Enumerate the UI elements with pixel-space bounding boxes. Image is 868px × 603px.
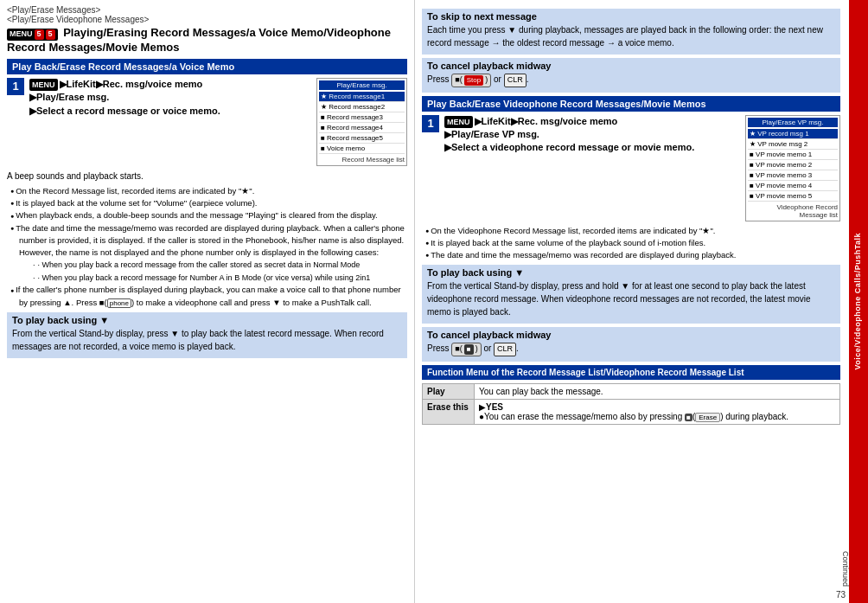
vp-record-list-image: Play/Erase VP msg. ★ VP record msg 1 ★ V…	[745, 115, 840, 221]
cancel2-section: To cancel playback midway Press ■(■) or …	[422, 327, 840, 362]
list-item: ★ VP movie msg 2	[748, 139, 838, 150]
side-tab: Voice/Videophone Calls/PushTalk	[849, 0, 868, 603]
vp-list-caption: Videophone RecordMessage list	[748, 203, 838, 219]
vp-image-title: Play/Erase VP msg.	[748, 118, 838, 127]
list-item: ■ VP movie memo 5	[748, 191, 838, 202]
play-value: You can play back the message.	[475, 383, 840, 399]
menu-badge: MENU 55	[7, 29, 58, 41]
right-column: To skip to next message Each time you pr…	[415, 0, 868, 603]
vp-bullet-item: On the Videophone Record Message list, r…	[425, 225, 840, 237]
list-item: ■ Record message4	[319, 123, 405, 133]
list-item: ★ VP record msg 1	[748, 129, 838, 139]
list-item: ■ VP movie memo 4	[748, 181, 838, 191]
list-item: ■ VP movie memo 3	[748, 170, 838, 181]
cancel2-key: ■(■)	[451, 343, 481, 356]
side-tab-text: Voice/Videophone Calls/PushTalk	[853, 233, 864, 370]
list-item: ■ Voice memo	[319, 144, 405, 154]
highlight-play-back2: To play back using ▼ From the vertical S…	[422, 265, 840, 324]
vp-image-list: ★ VP record msg 1 ★ VP movie msg 2 ■ VP …	[748, 129, 838, 202]
continued-label: Continued	[841, 551, 850, 587]
list-item: ■ VP movie memo 1	[748, 150, 838, 160]
menu-key: MENU	[29, 79, 58, 92]
bullet-item: On the Record Message list, recorded ite…	[10, 185, 407, 197]
function-menu-table: Play You can play back the message. Eras…	[422, 383, 840, 425]
step2-instruction: MENU▶LifeKit▶Rec. msg/voice memo ▶Play/E…	[444, 115, 740, 155]
left-column: <Play/Erase Messages> <Play/Erase Videop…	[0, 0, 415, 603]
clr-badge: CLR	[504, 74, 527, 87]
sub-bullet: · When you play back a record message fo…	[19, 273, 370, 282]
section1-header: Play Back/Erase Record Messages/a Voice …	[7, 59, 407, 74]
erase-key-icon: ■	[685, 414, 692, 421]
step2-content: MENU▶LifeKit▶Rec. msg/voice memo ▶Play/E…	[444, 115, 740, 221]
table-row-play: Play You can play back the message.	[423, 383, 840, 399]
bullet-item: If the caller's phone number is displaye…	[10, 284, 407, 309]
bullet-item: The date and time the message/memo was r…	[10, 222, 407, 285]
bullet-item: It is played back at the volume set for …	[10, 197, 407, 209]
record-message-list-image: Play/Erase msg. ★ Record message1 ★ Reco…	[316, 78, 407, 166]
erase-value: ▶YES ●You can erase the message/memo als…	[475, 399, 840, 424]
highlight-title: To play back using ▼	[12, 315, 402, 325]
step2-block: 1 MENU▶LifeKit▶Rec. msg/voice memo ▶Play…	[422, 115, 840, 221]
skip-text: Each time you press ▼ during playback, m…	[427, 23, 835, 49]
menu-key2: MENU	[444, 116, 473, 129]
list-caption: Record Message list	[319, 156, 405, 164]
stop-key: ■(Stop)	[451, 74, 491, 87]
step2-number: 1	[422, 115, 439, 132]
list-item: ■ VP movie memo 2	[748, 160, 838, 170]
list-item: ■ Record message3	[319, 112, 405, 123]
vp-bullet-item: It is played back at the same volume of …	[425, 237, 840, 249]
stop-icon: Stop	[464, 75, 483, 86]
press2-label: Press	[427, 343, 450, 353]
image-title: Play/Erase msg.	[319, 80, 405, 90]
clr-badge2: CLR	[494, 343, 516, 356]
image-list: ★ Record message1 ★ Record message2 ■ Re…	[319, 92, 405, 154]
vp-bullet-list: On the Videophone Record Message list, r…	[425, 225, 840, 262]
play-label: Play	[423, 383, 475, 399]
skip-section: To skip to next message Each time you pr…	[422, 9, 840, 55]
or2-label: or	[483, 343, 494, 353]
step1-content: MENU▶LifeKit▶Rec. msg/voice memo ▶Play/E…	[29, 78, 311, 166]
cancel1-text: Press ■(Stop) or CLR.	[427, 73, 835, 87]
cancel2-text: Press ■(■) or CLR.	[427, 342, 835, 356]
list-item: ★ Record message2	[319, 102, 405, 112]
bullet-item: When playback ends, a double-beep sounds…	[10, 209, 407, 221]
skip-title: To skip to next message	[427, 11, 835, 22]
press-label: Press	[427, 74, 450, 84]
vp-bullet-item: The date and time the message/memo was r…	[425, 249, 840, 261]
highlight2-title: To play back using ▼	[427, 267, 835, 278]
section2-header: Play Back/Erase Videophone Record Messag…	[422, 96, 840, 112]
right-content: To skip to next message Each time you pr…	[422, 9, 840, 425]
func-menu-header: Function Menu of the Record Message List…	[422, 365, 840, 380]
erase-box: Erase	[695, 413, 720, 422]
page-number: 73	[836, 590, 846, 600]
cancel1-title: To cancel playback midway	[427, 61, 835, 71]
beep-text: A beep sounds and playback starts.	[7, 170, 407, 183]
table-row-erase: Erase this ▶YES ●You can erase the messa…	[423, 399, 840, 424]
cancel1-section: To cancel playback midway Press ■(Stop) …	[422, 58, 840, 93]
step1-number: 1	[7, 78, 24, 95]
highlight-text: From the vertical Stand-by display, pres…	[12, 327, 402, 353]
header-line1: <Play/Erase Messages>	[7, 5, 100, 15]
bullet-list: On the Record Message list, recorded ite…	[10, 185, 407, 309]
step1-block: 1 MENU▶LifeKit▶Rec. msg/voice memo ▶Play…	[7, 78, 407, 166]
or-label: or	[494, 74, 504, 84]
black-square-icon: ■	[464, 344, 474, 355]
list-item: ★ Record message1	[319, 92, 405, 102]
page-title: MENU 55 Playing/Erasing Record Messages/…	[7, 26, 407, 55]
header-small: <Play/Erase Messages> <Play/Erase Videop…	[7, 5, 407, 24]
highlight-play-back: To play back using ▼ From the vertical S…	[7, 312, 407, 358]
highlight2-text: From the vertical Stand-by display, pres…	[427, 279, 835, 318]
step1-instruction: MENU▶LifeKit▶Rec. msg/voice memo ▶Play/E…	[29, 78, 311, 118]
list-item: ■ Record message5	[319, 133, 405, 144]
sub-bullet: · When you play back a record message fr…	[19, 260, 360, 269]
header-line2: <Play/Erase Videophone Messages>	[7, 15, 149, 24]
cancel2-title: To cancel playback midway	[427, 330, 835, 340]
erase-label: Erase this	[423, 399, 475, 424]
